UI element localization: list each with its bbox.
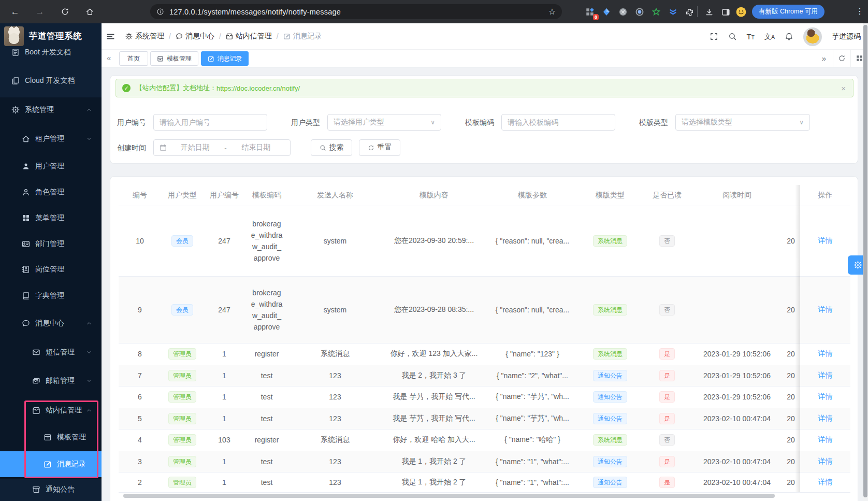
- column-header-用户编号: 用户编号: [204, 185, 245, 206]
- cell-read-status: 否: [642, 429, 692, 451]
- detail-link[interactable]: 详情: [818, 478, 833, 486]
- downloads-icon[interactable]: [702, 5, 716, 19]
- detail-link[interactable]: 详情: [818, 392, 833, 400]
- sidebar-item-岗位管理[interactable]: 岗位管理: [0, 256, 102, 282]
- sidebar-item-系统管理[interactable]: 系统管理: [0, 97, 102, 123]
- sidebar-item-租户管理[interactable]: 租户管理: [0, 126, 102, 152]
- user-id-input[interactable]: [153, 114, 267, 131]
- sidebar-item-模板管理[interactable]: 模板管理: [0, 424, 102, 450]
- profile-avatar-icon[interactable]: [734, 5, 748, 19]
- detail-link[interactable]: 详情: [818, 349, 833, 357]
- sidebar-item-字典管理[interactable]: 字典管理: [0, 283, 102, 309]
- browser-menu-icon[interactable]: ⋮: [855, 4, 865, 19]
- cell-read-time: [692, 206, 782, 276]
- cell-template-type: 通知公告: [578, 451, 642, 472]
- template-code: test: [261, 391, 273, 403]
- template-type-badge: 系统消息: [593, 235, 627, 247]
- detail-link[interactable]: 详情: [818, 371, 833, 379]
- sidebar-item-部门管理[interactable]: 部门管理: [0, 231, 102, 257]
- language-icon[interactable]: 文A: [764, 32, 775, 41]
- browser-back-icon[interactable]: ←: [7, 4, 23, 20]
- filter-label-user-id: 用户编号: [117, 114, 146, 131]
- horizontal-scrollbar[interactable]: [123, 494, 775, 498]
- tabs-scroll-right-icon[interactable]: »: [815, 50, 833, 67]
- sidebar-item-消息记录[interactable]: 消息记录: [0, 451, 102, 477]
- sidebar-item-label: 邮箱管理: [46, 376, 75, 385]
- detail-link[interactable]: 详情: [818, 457, 833, 465]
- bookmark-star-icon[interactable]: ☆: [548, 7, 556, 17]
- column-header-模版内容: 模版内容: [382, 185, 486, 206]
- side-panel-icon[interactable]: [719, 5, 732, 19]
- chrome-update-button[interactable]: 有新版 Chrome 可用: [752, 5, 824, 19]
- reset-button[interactable]: 重置: [359, 139, 400, 156]
- grid-icon: [22, 214, 30, 222]
- address-bar[interactable]: 127.0.0.1/system/messages/notify/notify-…: [150, 4, 562, 19]
- tab-消息记录[interactable]: 消息记录: [201, 51, 249, 66]
- refresh-page-icon[interactable]: [833, 50, 850, 67]
- cell-content: 我是 1，我开始 2 了: [382, 472, 486, 492]
- page-scrollbar[interactable]: [863, 23, 868, 501]
- extension-icon[interactable]: 8: [583, 5, 597, 19]
- cell-action: 详情: [800, 472, 850, 492]
- cell-read-status: 是: [642, 365, 692, 386]
- sidebar-item-短信管理[interactable]: 短信管理: [0, 339, 102, 365]
- tabs-scroll-left-icon[interactable]: «: [107, 53, 111, 62]
- sidebar-item-菜单管理[interactable]: 菜单管理: [0, 205, 102, 231]
- notification-bell-icon[interactable]: [785, 32, 793, 41]
- site-info-icon[interactable]: [156, 8, 164, 16]
- browser-forward-icon[interactable]: →: [32, 4, 48, 20]
- alert-close-icon[interactable]: ×: [841, 84, 846, 93]
- extension-icon[interactable]: [649, 5, 663, 19]
- breadcrumb-消息中心[interactable]: 消息中心: [176, 32, 214, 41]
- user-avatar[interactable]: [803, 27, 822, 46]
- sidebar-item-label: 用户管理: [35, 162, 64, 171]
- page-scrollbar-thumb[interactable]: [863, 25, 867, 497]
- cell-content: 我是 芋艿，我开始 写代...: [382, 386, 486, 408]
- tab-首页[interactable]: 首页: [119, 51, 148, 66]
- template-code: register: [255, 434, 279, 446]
- user-type-select[interactable]: 请选择用户类型∨: [327, 114, 441, 131]
- extension-icon[interactable]: [600, 5, 613, 19]
- extensions-puzzle-icon[interactable]: [683, 5, 696, 19]
- extension-icon[interactable]: [666, 5, 679, 19]
- cell-sender: 123: [288, 365, 382, 386]
- extension-icon[interactable]: [633, 5, 646, 19]
- sidebar-item-通知公告[interactable]: 通知公告: [0, 477, 102, 501]
- sidebar-item-角色管理[interactable]: 角色管理: [0, 179, 102, 205]
- search-icon[interactable]: [728, 32, 737, 41]
- url-text[interactable]: 127.0.0.1/system/messages/notify/notify-…: [169, 8, 548, 16]
- detail-link[interactable]: 详情: [818, 236, 833, 245]
- extension-icon[interactable]: [616, 5, 630, 19]
- sidebar-item-站内信管理[interactable]: 站内信管理: [0, 397, 102, 423]
- cell-template-code: brokerage_withdraw_audit_approve: [245, 206, 288, 276]
- sidebar-item-消息中心[interactable]: 消息中心: [0, 310, 102, 336]
- breadcrumb-系统管理[interactable]: 系统管理: [125, 32, 164, 41]
- sidebar-item-邮箱管理[interactable]: 邮箱管理: [0, 368, 102, 394]
- cell-user-id: 1: [204, 408, 245, 429]
- template-type-select[interactable]: 请选择模版类型∨: [675, 114, 810, 131]
- collapse-menu-icon[interactable]: [106, 32, 115, 41]
- cell-sender: 123: [288, 408, 382, 429]
- search-button[interactable]: 搜索: [311, 139, 352, 156]
- date-range-picker[interactable]: 开始日期 - 结束日期: [153, 139, 291, 156]
- header-actions: TT 文A 芋道源码: [710, 23, 861, 50]
- tab-模板管理[interactable]: 模板管理: [150, 51, 198, 66]
- cell-template-code: test: [245, 451, 288, 472]
- alert-doc-link[interactable]: https://doc.iocoder.cn/notify/: [216, 84, 300, 92]
- detail-link[interactable]: 详情: [818, 305, 833, 313]
- font-size-icon[interactable]: TT: [747, 32, 755, 41]
- browser-home-icon[interactable]: [82, 4, 97, 20]
- app-logo-row[interactable]: 芋道管理系统: [0, 23, 102, 49]
- template-code: register: [255, 348, 279, 360]
- detail-link[interactable]: 详情: [818, 414, 833, 422]
- breadcrumb-站内信管理[interactable]: 站内信管理: [226, 32, 272, 41]
- sidebar-item-Cloud 开发文档[interactable]: Cloud 开发文档: [0, 68, 102, 94]
- username[interactable]: 芋道源码: [832, 32, 861, 41]
- sidebar-item-用户管理[interactable]: 用户管理: [0, 153, 102, 179]
- browser-reload-icon[interactable]: [57, 4, 73, 20]
- sidebar-item-Boot 开发文档[interactable]: Boot 开发文档: [0, 49, 102, 65]
- template-code-input[interactable]: [501, 114, 615, 131]
- fullscreen-icon[interactable]: [710, 32, 718, 41]
- detail-link[interactable]: 详情: [818, 435, 833, 443]
- filter-label-user-type: 用户类型: [291, 114, 320, 131]
